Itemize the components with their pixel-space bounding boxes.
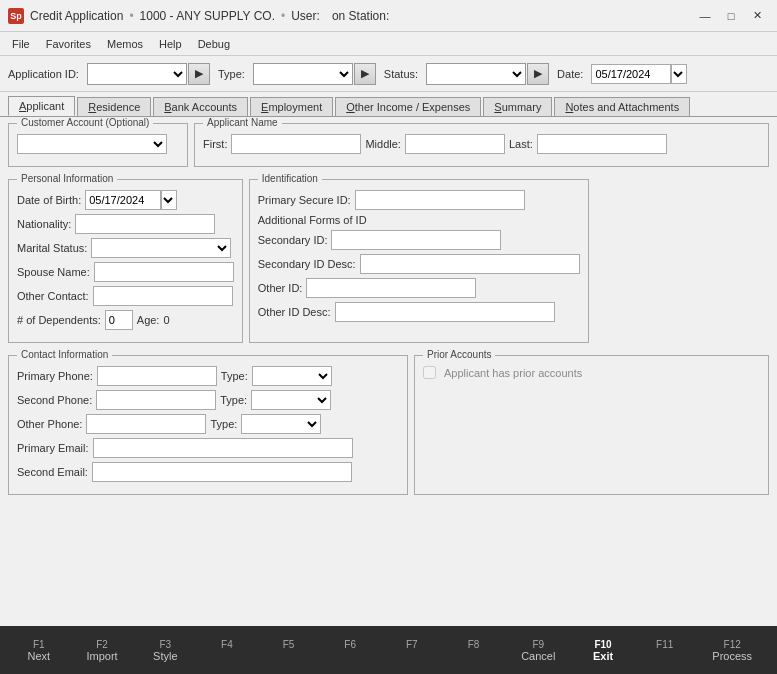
age-value: 0 [163, 314, 169, 326]
app-id-select[interactable] [87, 63, 187, 85]
other-phone-label: Other Phone: [17, 418, 82, 430]
fkey-f7-num: F7 [406, 639, 418, 650]
fkey-f2-num: F2 [96, 639, 108, 650]
primary-phone-input[interactable] [97, 366, 217, 386]
second-phone-type-select[interactable]: HomeWorkCellOther [251, 390, 331, 410]
fkey-f11[interactable]: F11 [645, 635, 685, 666]
fkey-f7[interactable]: F7 [392, 635, 432, 666]
secondary-id-label: Secondary ID: [258, 234, 328, 246]
secondary-id-input[interactable] [331, 230, 501, 250]
bottom-section: Contact Information Primary Phone: Type:… [8, 355, 769, 501]
primary-email-input[interactable] [93, 438, 353, 458]
other-phone-type-select[interactable]: HomeWorkCellOther [241, 414, 321, 434]
middle-input[interactable] [405, 134, 505, 154]
fkey-f6-label [349, 650, 352, 662]
menu-favorites[interactable]: Favorites [38, 32, 99, 55]
fkey-f5[interactable]: F5 [269, 635, 309, 666]
primary-phone-type-select[interactable]: HomeWorkCellOther [252, 366, 332, 386]
app-id-nav-btn[interactable]: ▶ [188, 63, 210, 85]
fkey-f10-num: F10 [594, 639, 611, 650]
other-contact-input[interactable] [93, 286, 233, 306]
toolbar: Application ID: ▶ Type: ▶ Status: ▶ Date… [0, 56, 777, 92]
dob-input[interactable] [85, 190, 161, 210]
minimize-button[interactable]: — [693, 6, 717, 26]
fkey-f3-num: F3 [159, 639, 171, 650]
dob-label: Date of Birth: [17, 194, 81, 206]
app-id-combo: ▶ [87, 63, 210, 85]
tab-residence[interactable]: Residence [77, 97, 151, 116]
other-id-desc-row: Other ID Desc: [258, 302, 580, 322]
first-input[interactable] [231, 134, 361, 154]
prior-accounts-legend: Prior Accounts [423, 349, 495, 360]
fkey-f4[interactable]: F4 [207, 635, 247, 666]
tab-bank-accounts[interactable]: Bank Accounts [153, 97, 248, 116]
fkey-f2[interactable]: F2 Import [80, 635, 123, 666]
fkey-f1[interactable]: F1 Next [19, 635, 59, 666]
second-email-input[interactable] [92, 462, 352, 482]
tab-applicant[interactable]: Applicant [8, 96, 75, 116]
menu-memos[interactable]: Memos [99, 32, 151, 55]
secondary-id-row: Secondary ID: [258, 230, 580, 250]
fkey-f8-label [472, 650, 475, 662]
fkey-f6[interactable]: F6 [330, 635, 370, 666]
second-phone-input[interactable] [96, 390, 216, 410]
contact-info-legend: Contact Information [17, 349, 112, 360]
fkey-f11-num: F11 [656, 639, 673, 650]
tab-summary[interactable]: Summary [483, 97, 552, 116]
fkey-f10[interactable]: F10 Exit [583, 635, 623, 666]
type-combo: ▶ [253, 63, 376, 85]
applicant-name-group: Applicant Name First: Middle: Last: [194, 123, 769, 167]
spouse-input[interactable] [94, 262, 234, 282]
fkey-f11-label [663, 650, 666, 662]
fkey-f12-num: F12 [724, 639, 741, 650]
date-input[interactable]: 05/17/2024 [591, 64, 671, 84]
applicant-name-legend: Applicant Name [203, 117, 282, 128]
other-phone-input[interactable] [86, 414, 206, 434]
other-id-input[interactable] [306, 278, 476, 298]
type-select[interactable] [253, 63, 353, 85]
fkey-f12-label: Process [712, 650, 752, 662]
date-select[interactable] [671, 64, 687, 84]
last-input[interactable] [537, 134, 667, 154]
other-id-desc-input[interactable] [335, 302, 555, 322]
sep2: • [281, 9, 285, 23]
prior-accounts-row: Applicant has prior accounts [423, 366, 760, 379]
status-select[interactable] [426, 63, 526, 85]
close-button[interactable]: ✕ [745, 6, 769, 26]
maximize-button[interactable]: □ [719, 6, 743, 26]
menu-debug[interactable]: Debug [190, 32, 238, 55]
secondary-id-desc-input[interactable] [360, 254, 580, 274]
other-phone-type-label: Type: [210, 418, 237, 430]
type-nav-btn[interactable]: ▶ [354, 63, 376, 85]
fkey-f5-num: F5 [283, 639, 295, 650]
nationality-input[interactable] [75, 214, 215, 234]
fkey-f3[interactable]: F3 Style [145, 635, 185, 666]
customer-account-group: Customer Account (Optional) [8, 123, 188, 167]
menu-help[interactable]: Help [151, 32, 190, 55]
marital-row: Marital Status: Single Married Divorced … [17, 238, 234, 258]
primary-secure-input[interactable] [355, 190, 525, 210]
tab-employment[interactable]: Employment [250, 97, 333, 116]
personal-info-group: Personal Information Date of Birth: Nati… [8, 179, 243, 343]
dob-select[interactable] [161, 190, 177, 210]
tab-notes[interactable]: Notes and Attachments [554, 97, 690, 116]
date-label: Date: [557, 68, 583, 80]
dob-combo [85, 190, 177, 210]
fkey-f12[interactable]: F12 Process [706, 635, 758, 666]
identification-group: Identification Primary Secure ID: Additi… [249, 179, 589, 343]
customer-account-select[interactable] [17, 134, 167, 154]
fkey-f8[interactable]: F8 [453, 635, 493, 666]
dependents-input[interactable] [105, 310, 133, 330]
dependents-row: # of Dependents: Age: 0 [17, 310, 234, 330]
first-label: First: [203, 138, 227, 150]
fkey-f9[interactable]: F9 Cancel [515, 635, 561, 666]
middle-section: Personal Information Date of Birth: Nati… [8, 179, 769, 349]
marital-select[interactable]: Single Married Divorced Widowed [91, 238, 231, 258]
menu-file[interactable]: File [4, 32, 38, 55]
tab-other-income[interactable]: Other Income / Expenses [335, 97, 481, 116]
dependents-label: # of Dependents: [17, 314, 101, 326]
prior-accounts-checkbox[interactable] [423, 366, 436, 379]
age-label: Age: [137, 314, 160, 326]
status-nav-btn[interactable]: ▶ [527, 63, 549, 85]
sep1: • [129, 9, 133, 23]
